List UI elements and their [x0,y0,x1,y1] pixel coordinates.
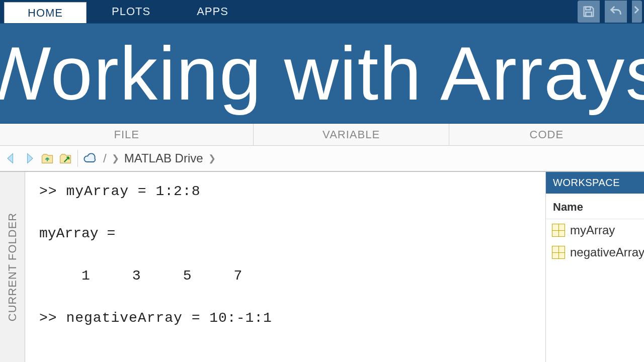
cmd-output: 1 3 5 7 [39,268,242,284]
workspace-variable[interactable]: negativeArray [546,241,644,263]
cloud-drive-icon[interactable] [82,150,98,166]
svg-rect-0 [586,7,590,10]
address-bar: / ❯ MATLAB Drive ❯ [0,146,644,172]
chevron-right-icon: ❯ [112,153,119,164]
workspace-column-name[interactable]: Name [546,194,644,219]
tab-home[interactable]: HOME [4,2,87,23]
tab-plots[interactable]: PLOTS [89,0,174,23]
command-window[interactable]: >> myArray = 1:2:8 myArray = 1 3 5 7 >> … [25,172,545,362]
workspace-panel: WORKSPACE Name myArray negativeArray [545,172,644,362]
main-area: CURRENT FOLDER >> myArray = 1:2:8 myArra… [0,172,644,362]
redo-icon[interactable] [632,1,642,23]
variable-name: myArray [570,223,615,237]
current-folder-label: CURRENT FOLDER [6,213,19,322]
toolstrip-section-labels: FILE VARIABLE CODE [0,124,644,146]
tabstrip-spacer [252,0,578,23]
tab-apps[interactable]: APPS [174,0,252,23]
workspace-title: WORKSPACE [546,172,644,194]
breadcrumb-folder[interactable]: MATLAB Drive [124,151,203,165]
undo-icon[interactable] [605,1,627,23]
breadcrumb[interactable]: / ❯ MATLAB Drive ❯ [100,151,216,165]
chevron-right-icon: ❯ [208,153,216,164]
svg-rect-1 [586,12,592,16]
current-folder-panel-collapsed[interactable]: CURRENT FOLDER [0,172,25,362]
toolstrip-tabs: HOME PLOTS APPS [0,0,644,23]
cmd-line: >> negativeArray = 10:-1:1 [39,310,272,326]
address-separator [77,150,78,167]
up-folder-icon[interactable] [39,150,55,166]
quick-access-toolbar [578,0,644,23]
browse-folder-icon[interactable] [57,150,73,166]
cmd-line: >> myArray = 1:2:8 [39,184,200,199]
section-file: FILE [0,124,254,145]
workspace-variable[interactable]: myArray [546,219,644,241]
banner-title: Working with Arrays [0,36,644,111]
nav-forward-icon[interactable] [21,150,37,166]
breadcrumb-root: / [103,151,107,165]
nav-back-icon[interactable] [3,150,19,166]
variable-icon [552,224,565,237]
section-variable: VARIABLE [254,124,449,145]
save-icon[interactable] [578,1,600,23]
section-code: CODE [449,124,644,145]
variable-name: negativeArray [570,245,644,259]
cmd-output: myArray = [39,226,115,241]
title-banner: Working with Arrays [0,23,644,124]
variable-icon [552,246,565,259]
